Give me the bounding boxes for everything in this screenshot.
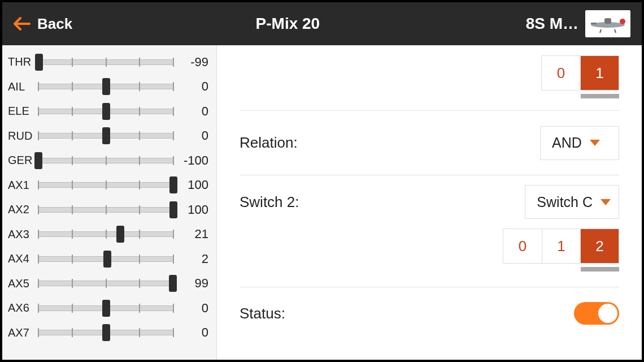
channel-label: AX7 bbox=[8, 326, 35, 339]
channel-label: AX1 bbox=[8, 179, 35, 192]
channel-slider bbox=[38, 107, 173, 116]
channel-slider bbox=[38, 230, 173, 239]
slider-thumb bbox=[34, 152, 42, 169]
switch2-dropdown[interactable]: Switch C bbox=[525, 185, 619, 219]
switch2-positions-row: 012 bbox=[240, 229, 619, 287]
status-toggle[interactable] bbox=[574, 302, 619, 325]
channel-monitor-sidebar: THR-99AIL0ELE0RUD0GER-100AX1100AX2100AX3… bbox=[2, 45, 217, 360]
scroll-indicator bbox=[581, 94, 619, 98]
channel-value: 0 bbox=[177, 104, 211, 119]
channel-row: AX2100 bbox=[8, 197, 211, 222]
channel-row: AX599 bbox=[8, 272, 211, 296]
channel-label: AX6 bbox=[8, 301, 35, 314]
slider-thumb bbox=[102, 127, 110, 144]
segment-option[interactable]: 1 bbox=[580, 56, 619, 90]
channel-value: 0 bbox=[177, 325, 211, 340]
channel-value: 21 bbox=[177, 227, 211, 242]
segment-option[interactable]: 0 bbox=[542, 56, 580, 90]
switch2-row: Switch 2: Switch C bbox=[240, 175, 619, 229]
channel-label: GER bbox=[8, 154, 35, 167]
channel-label: AX5 bbox=[8, 277, 35, 290]
channel-row: AX1100 bbox=[8, 173, 211, 198]
channel-slider bbox=[38, 304, 173, 313]
relation-row: Relation: AND bbox=[240, 111, 619, 175]
relation-dropdown[interactable]: AND bbox=[540, 126, 619, 160]
svg-line-4 bbox=[600, 29, 601, 33]
header-bar: Back P-Mix 20 8S M… bbox=[2, 2, 642, 45]
toggle-knob bbox=[598, 304, 617, 323]
channel-value: 100 bbox=[177, 202, 211, 217]
slider-thumb bbox=[169, 275, 177, 292]
channel-value: 99 bbox=[177, 276, 211, 291]
channel-row: ELE0 bbox=[8, 99, 211, 124]
channel-label: ELE bbox=[8, 105, 35, 118]
relation-value: AND bbox=[552, 135, 582, 151]
status-label: Status: bbox=[240, 305, 285, 322]
channel-value: 2 bbox=[177, 252, 211, 266]
slider-thumb bbox=[169, 176, 177, 193]
slider-thumb bbox=[102, 300, 110, 317]
segment-option[interactable]: 2 bbox=[580, 229, 619, 263]
model-selector[interactable]: 8S M… bbox=[526, 10, 630, 37]
switch1-positions-row: 01 bbox=[240, 45, 619, 111]
channel-label: AX4 bbox=[8, 252, 35, 265]
slider-thumb bbox=[169, 201, 177, 218]
channel-label: AIL bbox=[8, 80, 35, 93]
channel-label: RUD bbox=[8, 130, 35, 143]
channel-row: GER-100 bbox=[8, 148, 211, 173]
channel-row: AX70 bbox=[8, 321, 211, 346]
channel-slider bbox=[38, 255, 173, 264]
svg-point-2 bbox=[620, 19, 625, 24]
channel-slider bbox=[38, 328, 173, 337]
scroll-indicator bbox=[581, 267, 619, 272]
channel-label: AX2 bbox=[8, 203, 35, 216]
channel-value: -100 bbox=[177, 153, 211, 168]
segment-option[interactable]: 1 bbox=[542, 229, 580, 263]
channel-slider bbox=[38, 82, 173, 91]
segment-option[interactable]: 0 bbox=[503, 229, 542, 263]
channel-label: AX3 bbox=[8, 228, 35, 241]
relation-label: Relation: bbox=[240, 134, 298, 152]
channel-slider bbox=[38, 205, 173, 214]
status-row: Status: bbox=[240, 287, 619, 325]
page-title: P-Mix 20 bbox=[50, 15, 525, 33]
switch2-position-segmented[interactable]: 012 bbox=[503, 229, 619, 264]
channel-row: AX42 bbox=[8, 247, 211, 272]
chevron-down-icon bbox=[601, 199, 611, 205]
channel-label: THR bbox=[8, 55, 35, 68]
slider-thumb bbox=[116, 226, 124, 243]
channel-row: RUD0 bbox=[8, 124, 211, 149]
switch2-value: Switch C bbox=[537, 194, 593, 210]
model-thumbnail bbox=[585, 10, 630, 37]
chevron-down-icon bbox=[590, 140, 600, 146]
channel-slider bbox=[38, 131, 173, 140]
slider-thumb bbox=[103, 251, 111, 268]
channel-value: 0 bbox=[177, 301, 211, 316]
svg-line-5 bbox=[615, 29, 616, 33]
slider-thumb bbox=[102, 324, 110, 341]
model-name: 8S M… bbox=[526, 15, 578, 33]
channel-row: THR-99 bbox=[8, 50, 211, 75]
channel-slider bbox=[38, 180, 173, 189]
slider-thumb bbox=[102, 103, 110, 120]
channel-slider bbox=[38, 156, 173, 165]
channel-value: 0 bbox=[177, 79, 211, 94]
main-panel: 01 Relation: AND Switch 2: Switch C bbox=[217, 45, 642, 360]
channel-slider bbox=[38, 279, 173, 288]
channel-row: AIL0 bbox=[8, 75, 211, 100]
back-arrow-icon bbox=[14, 17, 31, 31]
channel-value: 0 bbox=[177, 128, 211, 143]
channel-value: 100 bbox=[177, 178, 211, 192]
channel-row: AX321 bbox=[8, 222, 211, 247]
switch2-label: Switch 2: bbox=[240, 193, 299, 211]
channel-slider bbox=[38, 58, 173, 67]
channel-value: -99 bbox=[177, 55, 211, 70]
slider-thumb bbox=[102, 78, 110, 95]
svg-rect-1 bbox=[604, 18, 611, 24]
slider-thumb bbox=[35, 54, 43, 71]
svg-rect-3 bbox=[591, 23, 597, 24]
switch1-position-segmented[interactable]: 01 bbox=[541, 55, 619, 90]
channel-row: AX60 bbox=[8, 296, 211, 321]
